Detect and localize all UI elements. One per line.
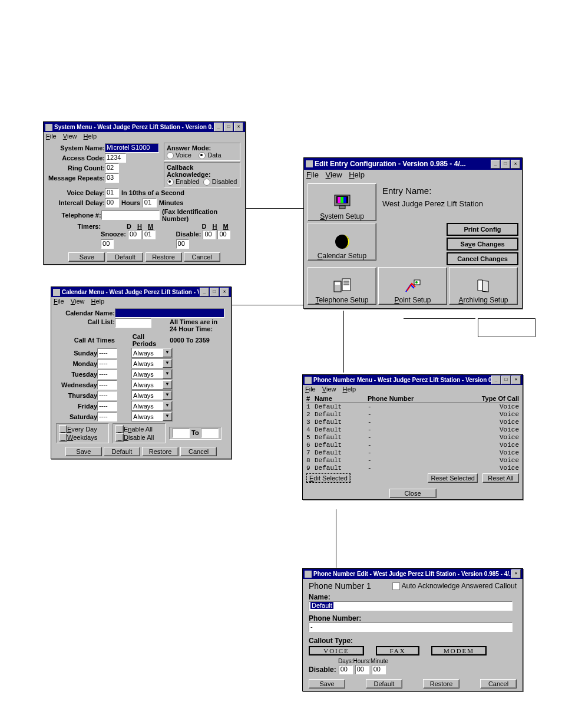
disable-minutes-input[interactable]: 00 <box>372 665 386 674</box>
print-config-button[interactable]: Print Config <box>447 223 518 236</box>
save-button[interactable]: Save <box>68 252 105 262</box>
minimize-button[interactable]: _ <box>214 123 223 131</box>
phone-row[interactable]: 3Default-Voice <box>306 419 519 426</box>
enabled-radio[interactable] <box>167 179 174 186</box>
default-button[interactable]: Default <box>107 252 143 262</box>
menu-file[interactable]: FFileile <box>46 133 57 140</box>
disable-h-input[interactable]: 00 <box>217 230 230 239</box>
phone-row[interactable]: 4Default-Voice <box>306 426 519 433</box>
system-setup-button[interactable]: System Setup <box>308 183 376 221</box>
minimize-button[interactable]: _ <box>491 160 500 169</box>
archiving-setup-button[interactable]: Archiving Setup <box>449 267 518 305</box>
snooze-m-input[interactable]: 00 <box>101 239 114 249</box>
day-time-input[interactable]: ---- <box>97 348 117 358</box>
voice-delay-input[interactable]: 01 <box>105 188 119 197</box>
voice-radio[interactable] <box>167 152 174 159</box>
day-time-input[interactable]: ---- <box>97 380 117 390</box>
disable-m-input[interactable]: 00 <box>176 239 189 249</box>
point-setup-button[interactable]: Point Setup <box>378 267 447 305</box>
menu-help[interactable]: Help <box>343 386 356 393</box>
cancel-button[interactable]: Cancel <box>180 447 217 456</box>
maximize-button[interactable]: □ <box>501 375 511 384</box>
reset-selected-button[interactable]: Reset Selected <box>428 473 478 483</box>
save-button[interactable]: Save <box>309 679 345 689</box>
ring-count-input[interactable]: 02 <box>105 163 119 173</box>
default-button[interactable]: Default <box>366 679 402 689</box>
menu-view[interactable]: View <box>322 386 336 393</box>
menu-help[interactable]: Help <box>349 170 365 179</box>
disable-hours-input[interactable]: 00 <box>355 665 369 674</box>
close-button[interactable]: × <box>511 160 520 169</box>
maximize-button[interactable]: □ <box>224 123 233 131</box>
close-button[interactable]: × <box>220 288 229 297</box>
default-button[interactable]: Default <box>104 447 140 456</box>
day-time-input[interactable]: ---- <box>97 391 117 400</box>
minimize-button[interactable]: _ <box>200 288 209 297</box>
phone-number-input[interactable]: - <box>309 622 513 632</box>
range-to-input[interactable] <box>201 429 219 438</box>
close-button[interactable]: × <box>234 123 243 131</box>
day-period-select[interactable]: Always▼ <box>131 401 173 411</box>
everyday-button[interactable]: _ <box>59 425 67 433</box>
snooze-d-input[interactable]: 00 <box>128 230 141 239</box>
disable-all-button[interactable]: _ <box>115 433 124 442</box>
edit-selected-button[interactable]: Edit Selected <box>306 473 351 483</box>
menu-help[interactable]: Help <box>84 133 97 140</box>
menu-view[interactable]: View <box>326 170 342 179</box>
restore-button[interactable]: Restore <box>146 252 182 262</box>
day-period-select[interactable]: Always▼ <box>131 411 173 421</box>
minimize-button[interactable]: _ <box>491 375 501 384</box>
menu-file[interactable]: File <box>54 298 64 305</box>
modem-type-button[interactable]: MODEM <box>431 646 487 655</box>
calendar-name-input[interactable] <box>115 308 224 318</box>
close-button[interactable]: Close <box>389 489 437 498</box>
weekdays-button[interactable]: _ <box>59 433 67 442</box>
disabled-radio[interactable] <box>203 179 210 186</box>
enable-all-button[interactable]: _ <box>115 425 124 433</box>
menu-help[interactable]: Help <box>91 298 105 305</box>
intercall-minutes-input[interactable]: 01 <box>143 198 157 207</box>
day-period-select[interactable]: Always▼ <box>131 380 173 390</box>
voice-type-button[interactable]: VOICE <box>309 646 364 655</box>
day-period-select[interactable]: Always▼ <box>131 369 173 379</box>
maximize-button[interactable]: □ <box>501 160 510 169</box>
cancel-button[interactable]: Cancel <box>184 252 220 262</box>
access-code-input[interactable]: 1234 <box>105 153 126 163</box>
phone-row[interactable]: 7Default-Voice <box>306 449 519 456</box>
close-button[interactable]: × <box>511 569 521 578</box>
menu-file[interactable]: File <box>306 170 319 179</box>
phone-row[interactable]: 1Default-Voice <box>306 403 519 410</box>
fax-type-button[interactable]: FAX <box>376 646 419 655</box>
day-period-select[interactable]: Always▼ <box>131 358 173 368</box>
call-list-input[interactable] <box>115 318 151 328</box>
system-name-input[interactable]: Microtel S1000 <box>105 143 159 153</box>
snooze-h-input[interactable]: 01 <box>143 230 156 239</box>
reset-all-button[interactable]: Reset All <box>482 473 519 483</box>
message-repeats-input[interactable]: 03 <box>105 173 119 183</box>
menu-view[interactable]: View <box>63 133 77 140</box>
phone-row[interactable]: 2Default-Voice <box>306 411 519 418</box>
phone-row[interactable]: 5Default-Voice <box>306 434 519 441</box>
cancel-changes-button[interactable]: Cancel Changes <box>447 252 518 265</box>
disable-d-input[interactable]: 00 <box>203 230 216 239</box>
name-input[interactable]: Default <box>309 601 513 611</box>
day-time-input[interactable]: ---- <box>97 359 117 368</box>
phone-row[interactable]: 9Default-Voice <box>306 465 519 472</box>
calendar-setup-button[interactable]: Calendar Setup <box>308 223 376 261</box>
maximize-button[interactable]: □ <box>210 288 219 297</box>
data-radio[interactable] <box>199 152 206 159</box>
telephone-setup-button[interactable]: Telephone Setup <box>308 267 376 305</box>
disable-days-input[interactable]: 00 <box>339 665 353 674</box>
phone-row[interactable]: 8Default-Voice <box>306 457 519 464</box>
restore-button[interactable]: Restore <box>142 447 178 456</box>
day-time-input[interactable]: ---- <box>97 370 117 379</box>
intercall-hours-input[interactable]: 00 <box>105 198 119 207</box>
menu-view[interactable]: View <box>71 298 85 305</box>
restore-button[interactable]: Restore <box>423 679 459 689</box>
save-button[interactable]: Save <box>65 447 102 456</box>
phone-row[interactable]: 6Default-Voice <box>306 442 519 449</box>
day-period-select[interactable]: Always▼ <box>131 348 173 358</box>
day-time-input[interactable]: ---- <box>97 401 117 411</box>
cancel-button[interactable]: Cancel <box>480 679 517 689</box>
close-button[interactable]: × <box>511 375 521 384</box>
